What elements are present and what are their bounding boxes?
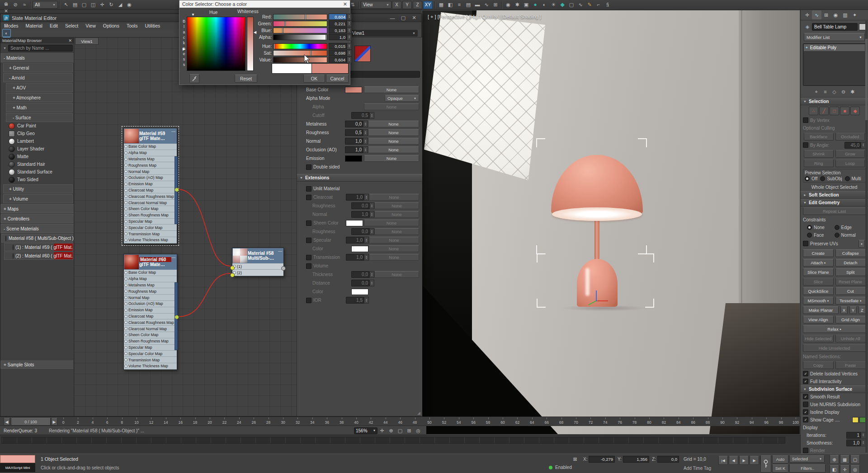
window-crossing-icon[interactable]: ◫ — [89, 1, 97, 9]
output-socket[interactable] — [175, 315, 179, 319]
node-slot[interactable]: Roughness Map — [124, 288, 177, 295]
by-angle-field[interactable]: 45,0 — [844, 142, 861, 149]
eg-button-copy[interactable]: Copy — [803, 361, 834, 369]
close-icon[interactable]: ✕ — [343, 1, 347, 7]
cancel-button[interactable]: Cancel — [326, 75, 349, 83]
node-slot[interactable]: Specular Map — [124, 345, 177, 351]
channel-green-value-field[interactable]: 0,221 — [329, 20, 347, 27]
tab-create[interactable]: ✛ — [802, 10, 812, 19]
param-none-button[interactable]: None — [374, 271, 419, 278]
render-production-icon[interactable]: ● — [531, 1, 539, 9]
param-none-button[interactable]: None — [368, 121, 419, 127]
object-color-swatch[interactable] — [859, 23, 866, 30]
browser-group[interactable]: + Atmosphere — [6, 93, 73, 102]
ok-button[interactable]: OK — [303, 75, 325, 83]
param-spinner-arrows[interactable]: ▲▼ — [369, 228, 374, 235]
set-key-mode-button[interactable]: Set K — [772, 464, 788, 473]
zoom-region-button[interactable]: ◧ — [830, 465, 839, 473]
sd-show-cage[interactable]: ✓Show Cage .... — [801, 416, 868, 424]
unlink-icon[interactable]: ⊘ — [11, 1, 19, 9]
eg-button-unhide-all[interactable]: Unhide All — [835, 335, 866, 342]
menu-material[interactable]: Material — [22, 23, 46, 28]
modifier-list-dropdown[interactable]: Modifier List▼ — [804, 33, 865, 41]
eg-button-slice[interactable]: Slice — [803, 278, 834, 286]
select-object-icon[interactable]: ↖ — [62, 1, 70, 9]
command-panel-scrollbar[interactable] — [865, 21, 868, 453]
menu-utilities[interactable]: Utilities — [141, 23, 164, 28]
eg-check-preserve-uvs[interactable]: Preserve UVs▪ — [801, 239, 868, 248]
by-vertex-checkbox[interactable]: By Vertex — [801, 117, 868, 124]
node-slot[interactable]: Roughness Map — [124, 162, 177, 169]
pan-view-icon[interactable]: ✛ — [378, 427, 386, 435]
param-none-button[interactable]: None — [368, 146, 419, 153]
toggle-ribbon-icon[interactable]: ▬ — [473, 1, 481, 9]
next-frame-button[interactable]: ▶ — [750, 456, 759, 465]
bind-icon[interactable]: ≈ — [20, 1, 28, 9]
minimize-icon[interactable]: — — [388, 14, 396, 22]
browser-item[interactable]: Matte — [0, 153, 74, 160]
material-preview-swatch[interactable] — [354, 46, 371, 62]
param-spinner-arrows[interactable]: ▲▼ — [364, 237, 369, 244]
blackness-marker-icon[interactable]: ▶ — [183, 47, 185, 51]
node-slot[interactable]: Clearcoat Roughness Map — [124, 319, 177, 326]
select-scale-icon[interactable]: ◢ — [116, 1, 124, 9]
node-slot[interactable]: Metalness Map — [124, 156, 177, 163]
browser-item[interactable]: Lambert — [0, 137, 74, 145]
eg-button-z[interactable]: Z — [859, 306, 866, 314]
select-placement-icon[interactable]: ◉ — [125, 1, 133, 9]
eg-button-slice-plane[interactable]: Slice Plane — [803, 268, 834, 276]
zoom-button[interactable]: ⊕ — [830, 455, 839, 464]
hsv-value-spinner[interactable]: ▲▼ — [347, 56, 352, 63]
browser-item[interactable]: Layer Shader — [0, 145, 74, 153]
param-spinner-field[interactable]: 1,0 — [346, 194, 364, 201]
hue-marker-icon[interactable]: ▼ — [191, 13, 195, 17]
x-coord-field[interactable]: -0,279 — [589, 456, 615, 463]
channel-blue-slider[interactable] — [273, 28, 327, 33]
param-spinner-arrows[interactable]: ▲▼ — [364, 254, 369, 261]
param-spinner-arrows[interactable]: ▲▼ — [363, 129, 368, 136]
eg-button-reset-plane[interactable]: Reset Plane — [835, 278, 866, 286]
node-view-zoom-dropdown[interactable]: 156%▼ — [354, 427, 377, 434]
eg-button-hide-unselected[interactable]: Hide Unselected — [803, 344, 866, 352]
node-slot[interactable]: (1) — [232, 263, 283, 270]
tab-utilities[interactable]: ✦ — [850, 10, 859, 19]
param-spinner-field[interactable]: 0,0 — [351, 271, 369, 278]
node-slot[interactable]: Specular Color Map — [124, 225, 177, 231]
node-slot[interactable]: Volume Thickness Map — [124, 363, 177, 370]
param-spinner-arrows[interactable]: ▲▼ — [369, 271, 374, 278]
zoom-extents-button[interactable]: ▢ — [850, 455, 860, 464]
param-none-button[interactable]: None — [364, 86, 419, 93]
make-unique-icon[interactable]: ◇ — [830, 88, 839, 96]
node-header[interactable]: Material #60glTF Mate…— — [124, 254, 177, 270]
node-slot[interactable]: Clearcoat Roughness Map — [124, 193, 177, 200]
param-checkbox[interactable] — [306, 255, 311, 260]
param-checkbox[interactable] — [306, 164, 311, 170]
maximize-icon[interactable]: ▢ — [399, 14, 407, 22]
tab-modify[interactable]: ∿ — [812, 10, 821, 19]
param-spinner-field[interactable]: 1,0 — [345, 146, 363, 153]
tab-display[interactable]: ▥ — [840, 10, 850, 19]
constraint-none[interactable]: None — [807, 225, 835, 230]
node-slot[interactable]: Sheen Roughness Map — [124, 212, 177, 219]
eg-check-full-interactivity[interactable]: ✓Full Interactivity — [801, 378, 868, 385]
eg-button-create[interactable]: Create — [803, 249, 834, 257]
next-frame-button[interactable]: ▶ — [51, 418, 57, 426]
subobject-vertex-button[interactable]: ∴ — [809, 107, 818, 115]
edit-named-sets-icon[interactable]: ▦ — [437, 1, 445, 9]
param-none-button[interactable]: None — [368, 245, 419, 252]
eg-button-detach[interactable]: Detach — [835, 259, 866, 267]
browser-item[interactable]: Two Sided — [0, 176, 74, 183]
pin-stack-icon[interactable]: ⌖ — [812, 88, 821, 96]
subobject-polygon-button[interactable]: ■ — [840, 107, 849, 115]
input-socket-2[interactable] — [230, 273, 235, 277]
maxscript-mini-listener[interactable]: MAXScript Mini — [0, 463, 35, 472]
sd-smoothness-field[interactable]: 1,0 — [846, 440, 861, 446]
param-none-button[interactable]: None — [369, 237, 419, 244]
align-icon[interactable]: ≡ — [455, 1, 463, 9]
select-move-icon[interactable]: ✛ — [98, 1, 106, 9]
param-none-button[interactable]: None — [364, 155, 419, 162]
key-filters-button[interactable]: Filters.. — [789, 464, 826, 473]
node-collapse-icon[interactable]: — — [171, 254, 177, 270]
axis-constraint-x[interactable]: X — [392, 1, 401, 9]
select-rotate-icon[interactable]: ↻ — [107, 1, 115, 9]
